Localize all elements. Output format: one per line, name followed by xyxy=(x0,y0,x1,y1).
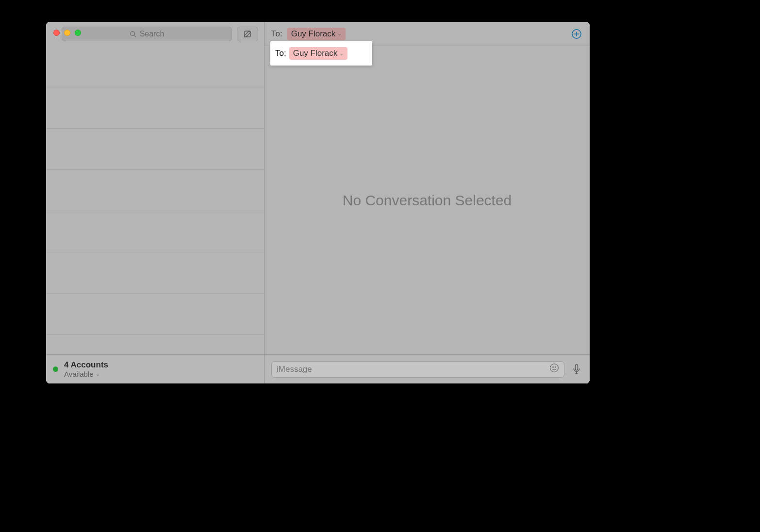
list-item[interactable] xyxy=(46,87,264,129)
chevron-down-icon: ⌄ xyxy=(337,31,342,37)
main-panel: To: Guy Florack ⌄ No Conversation Select… xyxy=(264,22,590,383)
compose-button[interactable] xyxy=(237,27,258,41)
search-icon xyxy=(130,31,137,38)
status-label: Available xyxy=(64,370,94,378)
list-item[interactable] xyxy=(46,46,264,87)
messages-window: Search 4 Accounts Available xyxy=(46,22,590,383)
svg-rect-9 xyxy=(576,365,578,370)
svg-point-0 xyxy=(131,31,135,35)
message-placeholder: iMessage xyxy=(277,365,312,374)
highlight-region: To: Guy Florack ⌄ xyxy=(270,41,372,66)
accounts-label: 4 Accounts xyxy=(64,360,108,370)
svg-point-6 xyxy=(550,364,559,372)
maximize-button[interactable] xyxy=(75,30,81,36)
add-recipient-button[interactable] xyxy=(570,28,583,40)
recipient-name: Guy Florack xyxy=(291,29,336,39)
list-item[interactable] xyxy=(46,170,264,211)
chevron-down-icon: ⌄ xyxy=(339,50,344,57)
to-label: To: xyxy=(275,49,286,58)
smiley-icon xyxy=(549,363,559,373)
list-item[interactable] xyxy=(46,211,264,252)
svg-point-8 xyxy=(555,367,556,368)
empty-state: No Conversation Selected xyxy=(264,46,590,354)
window-controls xyxy=(53,30,81,36)
close-button[interactable] xyxy=(53,30,60,36)
svg-line-1 xyxy=(134,35,136,37)
minimize-button[interactable] xyxy=(64,30,70,36)
recipient-pill[interactable]: Guy Florack ⌄ xyxy=(289,47,348,60)
status-dropdown[interactable]: Available ⌄ xyxy=(64,370,108,378)
plus-circle-icon xyxy=(571,29,582,39)
list-item[interactable] xyxy=(46,252,264,294)
status-indicator-icon xyxy=(53,366,58,372)
footer-text: 4 Accounts Available ⌄ xyxy=(64,360,108,378)
chevron-down-icon: ⌄ xyxy=(96,371,100,377)
conversation-list xyxy=(46,46,264,354)
svg-point-7 xyxy=(553,367,554,368)
search-placeholder: Search xyxy=(140,30,165,38)
list-item[interactable] xyxy=(46,129,264,170)
emoji-picker-button[interactable] xyxy=(549,363,559,375)
compose-icon xyxy=(243,30,252,38)
to-label: To: xyxy=(271,29,282,39)
microphone-icon xyxy=(572,364,581,375)
recipient-pill[interactable]: Guy Florack ⌄ xyxy=(287,28,346,40)
recipient-name: Guy Florack xyxy=(293,49,338,58)
list-item[interactable] xyxy=(46,294,264,335)
search-input[interactable]: Search xyxy=(62,27,232,41)
sidebar-footer: 4 Accounts Available ⌄ xyxy=(46,354,264,383)
message-input[interactable]: iMessage xyxy=(271,361,564,378)
dictation-button[interactable] xyxy=(570,363,583,376)
empty-state-text: No Conversation Selected xyxy=(343,192,512,209)
sidebar: Search 4 Accounts Available xyxy=(46,22,264,383)
compose-bar: iMessage xyxy=(264,354,590,383)
